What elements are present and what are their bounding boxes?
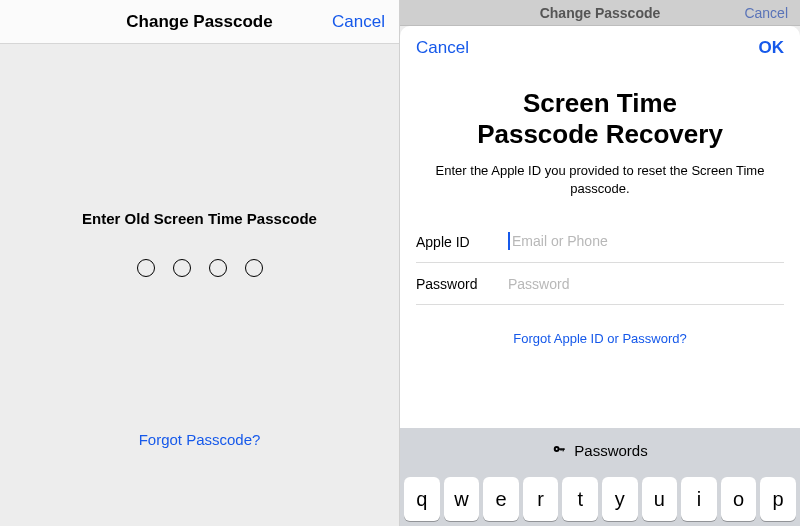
keyboard-suggestion-bar[interactable]: Passwords: [400, 428, 800, 472]
recovery-screen: Change Passcode Cancel Cancel OK Screen …: [400, 0, 800, 526]
apple-id-field[interactable]: Email or Phone: [508, 233, 784, 251]
key-i[interactable]: i: [681, 477, 717, 521]
passcode-dot: [173, 259, 191, 277]
key-u[interactable]: u: [642, 477, 678, 521]
key-p[interactable]: p: [760, 477, 796, 521]
key-w[interactable]: w: [444, 477, 480, 521]
apple-id-placeholder: Email or Phone: [512, 233, 608, 249]
title-line-1: Screen Time: [523, 88, 677, 118]
change-passcode-screen: Change Passcode Cancel Enter Old Screen …: [0, 0, 400, 526]
key-r[interactable]: r: [523, 477, 559, 521]
password-field[interactable]: Password: [508, 276, 784, 292]
passcode-dot: [245, 259, 263, 277]
passcode-dot: [137, 259, 155, 277]
sheet-title: Screen Time Passcode Recovery: [400, 88, 800, 150]
svg-point-1: [556, 448, 558, 450]
svg-rect-4: [561, 448, 562, 450]
forgot-apple-id-link[interactable]: Forgot Apple ID or Password?: [400, 331, 800, 346]
cancel-button[interactable]: Cancel: [332, 0, 385, 44]
key-e[interactable]: e: [483, 477, 519, 521]
apple-id-row[interactable]: Apple ID Email or Phone: [416, 221, 784, 263]
cancel-button[interactable]: Cancel: [416, 38, 469, 58]
key-t[interactable]: t: [562, 477, 598, 521]
key-icon: [552, 442, 566, 459]
page-title: Change Passcode: [126, 12, 272, 32]
svg-rect-2: [559, 448, 565, 449]
passcode-prompt: Enter Old Screen Time Passcode: [82, 210, 317, 227]
svg-rect-3: [563, 448, 564, 451]
ok-button[interactable]: OK: [759, 38, 785, 58]
background-navbar: Change Passcode Cancel: [400, 0, 800, 26]
keyboard-suggestion-label: Passwords: [574, 442, 647, 459]
apple-id-label: Apple ID: [416, 234, 508, 250]
key-o[interactable]: o: [721, 477, 757, 521]
key-q[interactable]: q: [404, 477, 440, 521]
text-cursor-icon: [508, 232, 510, 250]
password-placeholder: Password: [508, 276, 569, 292]
sheet-navbar: Cancel OK: [400, 26, 800, 70]
passcode-dot: [209, 259, 227, 277]
title-line-2: Passcode Recovery: [477, 119, 723, 149]
passcode-dots[interactable]: [137, 259, 263, 277]
background-title: Change Passcode: [540, 5, 661, 21]
credentials-form: Apple ID Email or Phone Password Passwor…: [416, 221, 784, 305]
key-y[interactable]: y: [602, 477, 638, 521]
sheet-subtitle: Enter the Apple ID you provided to reset…: [430, 162, 770, 197]
background-cancel: Cancel: [744, 5, 788, 21]
recovery-sheet: Cancel OK Screen Time Passcode Recovery …: [400, 26, 800, 526]
keyboard: Passwords qwertyuiop: [400, 428, 800, 526]
navbar: Change Passcode Cancel: [0, 0, 399, 44]
password-label: Password: [416, 276, 508, 292]
keyboard-row: qwertyuiop: [400, 472, 800, 526]
password-row[interactable]: Password Password: [416, 263, 784, 305]
forgot-passcode-link[interactable]: Forgot Passcode?: [0, 431, 399, 448]
